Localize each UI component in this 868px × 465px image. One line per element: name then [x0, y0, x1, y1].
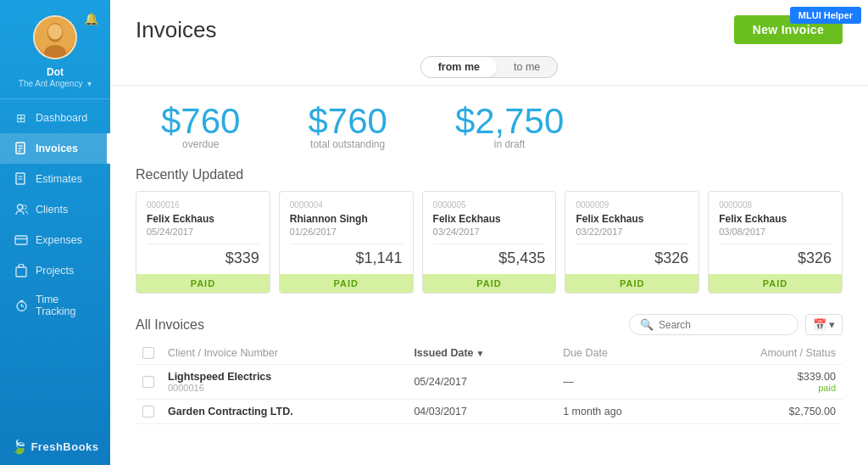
- tabs-bar: from me to me: [110, 53, 868, 86]
- select-all-checkbox[interactable]: [142, 347, 154, 359]
- invoice-card-4[interactable]: 0000008 Felix Eckhaus 03/08/2017 $326 PA…: [708, 191, 843, 294]
- sidebar: 🔔 Dot The Ant Angency ▾ ⊞ Dashboard: [0, 0, 110, 465]
- sidebar-item-label: Estimates: [36, 173, 82, 185]
- sidebar-item-time-tracking[interactable]: Time Tracking: [0, 286, 110, 325]
- sidebar-item-label: Projects: [36, 265, 74, 277]
- table-cell-due: —: [556, 365, 685, 400]
- svg-rect-13: [15, 236, 27, 244]
- time-tracking-icon: [14, 298, 29, 313]
- calendar-filter-button[interactable]: 📅 ▾: [805, 314, 843, 335]
- freshbooks-logo: 🍃 FreshBooks: [3, 429, 107, 465]
- mlui-helper-button[interactable]: MLUI Helper: [790, 7, 861, 24]
- notification-bell-icon[interactable]: 🔔: [84, 12, 98, 25]
- card-amount: $5,435: [433, 249, 546, 267]
- all-invoices-header: All Invoices 🔍 📅 ▾: [110, 307, 868, 342]
- invoice-tabs: from me to me: [420, 56, 559, 78]
- tab-from-me[interactable]: from me: [421, 57, 497, 77]
- card-date: 03/24/2017: [433, 227, 546, 237]
- sidebar-item-label: Time Tracking: [36, 294, 97, 317]
- expenses-icon: [14, 232, 29, 248]
- card-amount: $1,141: [290, 249, 403, 267]
- card-date: 03/08/2017: [719, 227, 832, 237]
- card-divider: [433, 244, 546, 244]
- projects-icon: [14, 263, 29, 278]
- calendar-icon: 📅: [813, 318, 826, 331]
- card-status: PAID: [709, 274, 842, 293]
- card-divider: [147, 244, 259, 244]
- sidebar-item-expenses[interactable]: Expenses: [0, 225, 110, 255]
- invoice-card-3[interactable]: 0000009 Felix Eckhaus 03/22/2017 $326 PA…: [565, 191, 699, 294]
- card-number: 0000016: [147, 200, 259, 210]
- card-number: 0000005: [433, 200, 546, 210]
- search-input[interactable]: [659, 319, 777, 331]
- profile-name: Dot: [47, 66, 64, 78]
- card-amount: $326: [719, 249, 832, 267]
- avatar: [33, 15, 77, 59]
- table-cell-issued: 05/24/2017: [407, 365, 556, 400]
- stat-outstanding-label: total outstanding: [308, 138, 387, 150]
- invoice-card-0[interactable]: 0000016 Felix Eckhaus 05/24/2017 $339 PA…: [136, 191, 270, 294]
- sidebar-nav: ⊞ Dashboard Invoices Estimates Clients: [0, 103, 110, 429]
- all-invoices-title: All Invoices: [136, 317, 204, 333]
- card-client: Felix Eckhaus: [433, 213, 546, 225]
- dashboard-icon: ⊞: [14, 110, 29, 126]
- stat-draft-value: $2,750: [455, 101, 564, 142]
- invoice-card-1[interactable]: 0000004 Rhiannon Singh 01/26/2017 $1,141…: [279, 191, 414, 294]
- sidebar-item-label: Expenses: [36, 234, 82, 246]
- sidebar-item-clients[interactable]: Clients: [0, 194, 110, 225]
- calendar-chevron-icon: ▾: [829, 318, 835, 331]
- card-divider: [576, 244, 688, 244]
- table-cell-issued: 04/03/2017: [407, 400, 556, 424]
- table-cell-client: Lightspeed Electrics 0000016: [161, 365, 407, 400]
- sidebar-item-projects[interactable]: Projects: [0, 255, 110, 286]
- table-cell-amount: $2,750.00: [685, 400, 843, 424]
- row-checkbox[interactable]: [142, 376, 154, 388]
- page-header: Invoices New Invoice: [110, 0, 868, 53]
- card-divider: [719, 244, 832, 244]
- card-number: 0000004: [290, 200, 403, 210]
- card-client: Felix Eckhaus: [576, 213, 688, 225]
- card-number: 0000009: [576, 200, 688, 210]
- card-status: PAID: [565, 274, 698, 293]
- card-client: Rhiannon Singh: [290, 213, 403, 225]
- logo-leaf-icon: 🍃: [11, 439, 28, 455]
- tab-to-me[interactable]: to me: [497, 57, 557, 77]
- sort-arrow-icon: ▼: [476, 349, 485, 358]
- main-content: Invoices New Invoice from me to me $760 …: [110, 0, 868, 465]
- card-status: PAID: [423, 274, 556, 293]
- estimates-icon: [14, 171, 29, 187]
- table-row[interactable]: Garden Contracting LTD. 04/03/2017 1 mon…: [136, 400, 843, 424]
- card-date: 01/26/2017: [290, 227, 403, 237]
- svg-point-11: [17, 204, 22, 210]
- svg-rect-15: [16, 267, 26, 277]
- card-amount: $326: [576, 249, 688, 267]
- table-header-checkbox-col: [136, 342, 161, 365]
- sidebar-item-dashboard[interactable]: ⊞ Dashboard: [0, 103, 110, 133]
- stat-draft: $2,750 in draft: [455, 101, 564, 150]
- sidebar-item-label: Dashboard: [36, 112, 87, 124]
- stat-outstanding-value: $760: [308, 101, 387, 142]
- invoice-card-2[interactable]: 0000005 Felix Eckhaus 03/24/2017 $5,435 …: [422, 191, 557, 294]
- stat-outstanding: $760 total outstanding: [308, 101, 387, 150]
- card-number: 0000008: [719, 200, 832, 210]
- invoices-table: Client / Invoice Number Issued Date▼ Due…: [136, 342, 843, 424]
- logo-text: FreshBooks: [31, 440, 98, 453]
- stats-row: $760 overdue $760 total outstanding $2,7…: [110, 86, 868, 160]
- sidebar-item-label: Invoices: [36, 143, 78, 154]
- search-icon: 🔍: [640, 318, 654, 331]
- sidebar-item-estimates[interactable]: Estimates: [0, 164, 110, 194]
- table-cell-due: 1 month ago: [556, 400, 685, 424]
- card-client: Felix Eckhaus: [719, 213, 832, 225]
- sidebar-item-invoices[interactable]: Invoices: [0, 133, 110, 164]
- search-container: 🔍: [629, 314, 798, 335]
- table-row[interactable]: Lightspeed Electrics 0000016 05/24/2017 …: [136, 365, 843, 400]
- page-title: Invoices: [136, 17, 216, 43]
- card-amount: $339: [147, 249, 259, 267]
- table-cell-client: Garden Contracting LTD.: [161, 400, 407, 424]
- table-header-issued-date[interactable]: Issued Date▼: [407, 342, 556, 365]
- stat-overdue-value: $760: [161, 101, 240, 142]
- stat-overdue: $760 overdue: [161, 101, 240, 150]
- recently-updated-title: Recently Updated: [110, 160, 868, 191]
- row-checkbox[interactable]: [142, 406, 154, 417]
- invoices-icon: [14, 141, 29, 156]
